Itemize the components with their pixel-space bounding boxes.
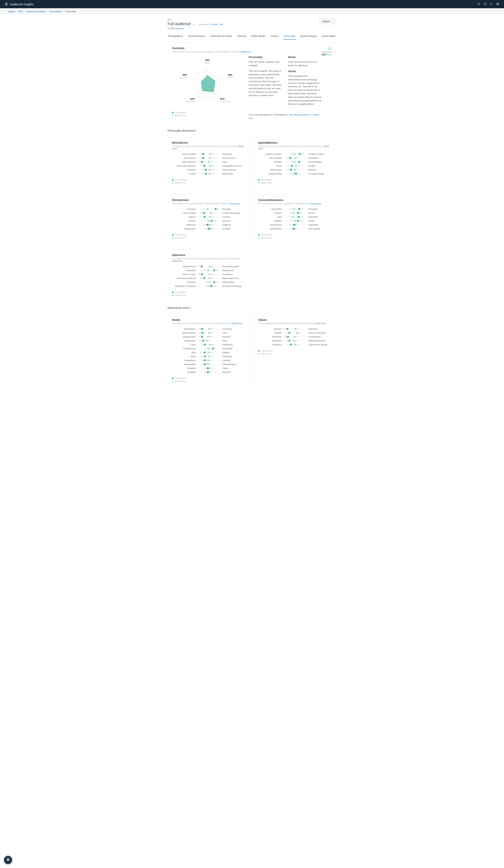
svg-point-5 xyxy=(329,48,330,50)
read-more-link[interactable]: Read more xyxy=(311,203,321,205)
bell-icon[interactable] xyxy=(477,2,481,6)
tab-socioeconomics[interactable]: Socioeconomics xyxy=(188,33,206,40)
panel-legend: Full audienceGlobal - Any xyxy=(258,179,332,184)
breadcrumb-item[interactable]: Audience breakdown xyxy=(26,10,46,13)
trait-right-label: Adventurous xyxy=(220,269,246,271)
tab-personality[interactable]: Personality xyxy=(283,33,296,40)
apps-icon[interactable] xyxy=(496,2,499,6)
audience-value: 63% xyxy=(299,220,302,222)
trait-panel: ValuesThe motivating factors that influe… xyxy=(254,314,336,387)
svg-text:49%: 49% xyxy=(205,59,210,62)
trait-left-label: Intermittent xyxy=(258,208,284,210)
compared-link[interactable]: Global - Any xyxy=(211,23,223,25)
chevron-down-icon[interactable]: ⌄ xyxy=(224,23,225,25)
trait-row: Modernity19%47%Conservation xyxy=(258,335,332,339)
audience-value: 19% xyxy=(284,336,287,338)
trait-left-label: Unconcerned with art xyxy=(172,277,198,279)
logo-icon xyxy=(5,2,8,6)
global-dot xyxy=(209,157,211,159)
trait-right-label: Closeness xyxy=(220,328,246,330)
global-value: 54% xyxy=(211,216,214,218)
trait-left-label: Reservedness xyxy=(172,332,198,334)
trait-left-label: Self-controlled xyxy=(172,153,198,155)
trait-bar: 20%53% xyxy=(198,273,220,276)
global-dot xyxy=(293,208,295,210)
audience-dot xyxy=(203,277,205,279)
trait-bar: 36%54% xyxy=(284,165,306,167)
global-value: 48% xyxy=(204,348,208,350)
panel-title: Agreeableness xyxy=(258,141,332,144)
global-dot xyxy=(294,153,296,155)
global-value: 45% xyxy=(204,208,207,210)
trait-right-label: Susceptible to stress xyxy=(220,165,246,167)
member-count[interactable]: 74 334 members xyxy=(168,27,225,30)
trait-row: Content64%44%Driven xyxy=(258,211,332,215)
actions-button[interactable]: Actions ⌄ xyxy=(319,19,336,24)
trait-bar: 32%46% xyxy=(198,359,220,362)
global-dot xyxy=(294,344,296,345)
svg-text:61%: 61% xyxy=(220,97,225,100)
trait-right-label: Persistent xyxy=(306,208,332,210)
global-value: 46% xyxy=(290,173,293,175)
trait-bar: 43%48% xyxy=(284,228,306,230)
global-value: 53% xyxy=(206,281,209,283)
tab-demographics[interactable]: Demographics xyxy=(168,33,183,40)
tab-buying-mindset[interactable]: Buying mindset xyxy=(300,33,317,40)
tab-media-affinity[interactable]: Media affinity xyxy=(251,33,265,40)
trait-bar: 64%44% xyxy=(284,212,306,214)
audience-value: 22% xyxy=(198,332,202,334)
trait-bar: 43%52% xyxy=(198,224,220,226)
global-dot xyxy=(209,216,211,218)
audience-dot xyxy=(201,328,203,330)
trait-bar: 29%49% xyxy=(284,157,306,159)
global-dot xyxy=(294,169,296,171)
breadcrumb-item[interactable]: SEO xyxy=(19,10,23,13)
page-title[interactable]: Full audience xyxy=(168,22,191,26)
trait-left-label: Compromising xyxy=(258,173,284,175)
trait-row: Constancy33%51%Openness to change xyxy=(258,343,332,347)
breadcrumb-item[interactable]: Full audience xyxy=(49,10,62,13)
needs-p: Their choices are driven by a desire for… xyxy=(288,60,322,68)
chevron-down-icon[interactable]: ⌄ xyxy=(193,23,195,26)
trait-left-label: Contrary xyxy=(258,161,284,163)
global-dot xyxy=(207,269,209,271)
trait-right-label: Ideal xyxy=(220,340,246,342)
audience-dot xyxy=(207,371,209,373)
trait-left-label: Bold xyxy=(258,216,284,218)
drives-title: What drives them? xyxy=(168,306,336,309)
trait-right-label: Accomodating xyxy=(306,161,332,163)
read-more-link[interactable]: Read more xyxy=(172,260,183,262)
chat-icon[interactable] xyxy=(484,2,487,6)
trait-right-label: Philosophical xyxy=(220,281,246,283)
trait-row: Restraint45%51%Liberty xyxy=(172,366,246,370)
read-more-link[interactable]: Read more xyxy=(229,203,240,205)
tab-online-habits[interactable]: Online habits xyxy=(321,33,336,40)
global-value: 40% xyxy=(207,340,211,342)
read-more-link[interactable]: Read more xyxy=(241,51,251,53)
trait-bar: 33%51% xyxy=(284,343,306,346)
global-dot xyxy=(209,266,211,267)
trait-panel: ConscientiousnessThe tendency to act in … xyxy=(254,195,336,244)
global-value: 53% xyxy=(210,173,214,175)
tab-interests[interactable]: Interests xyxy=(237,33,247,40)
read-more-link[interactable]: Read more xyxy=(232,322,242,324)
global-dot xyxy=(294,157,296,159)
global-dot xyxy=(294,328,296,330)
tab-influencers-brands[interactable]: Influencers & brands xyxy=(210,33,233,40)
audience-dot xyxy=(293,228,294,230)
global-value: 53% xyxy=(210,266,214,267)
tab-content[interactable]: Content xyxy=(270,33,279,40)
trait-bar: 33%49% xyxy=(284,168,306,171)
trait-row: Proud36%54%Modest xyxy=(258,164,332,168)
trait-left-label: Calm-seeking xyxy=(172,212,198,214)
trait-right-label: Organised xyxy=(306,224,332,226)
breadcrumb-item[interactable]: Insights xyxy=(8,10,15,13)
panel-sub: The extent to which they are open to exp… xyxy=(172,257,246,262)
trait-row: Independent49%55%Sociable xyxy=(172,227,246,231)
trait-left-label: Modernity xyxy=(258,335,284,338)
trait-right-label: Self-expression xyxy=(220,363,246,365)
audience-value: 67% xyxy=(213,348,217,350)
trait-row: Concrete72%53%Philosophical xyxy=(172,280,246,284)
read-more-link[interactable]: Read more xyxy=(315,322,326,324)
gear-icon[interactable] xyxy=(490,2,493,6)
